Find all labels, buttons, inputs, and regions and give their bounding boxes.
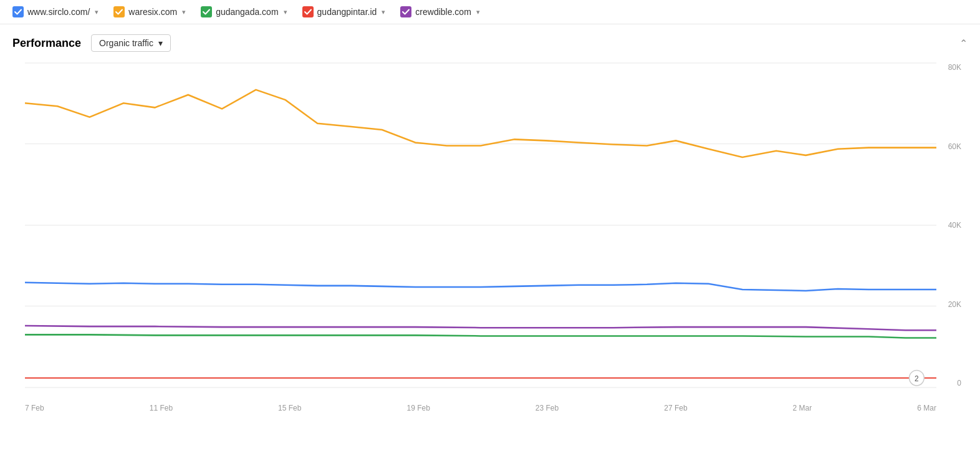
x-label-2mar: 2 Mar	[793, 404, 812, 412]
dropdown-arrow-crewdible[interactable]: ▾	[476, 8, 480, 16]
dropdown-arrow-sirclo[interactable]: ▾	[95, 8, 98, 16]
x-label-7feb: 7 Feb	[25, 404, 44, 412]
checkbox-crewdible[interactable]	[400, 6, 411, 17]
badge-text: 2	[915, 374, 919, 383]
y-label-40k: 40K	[948, 221, 961, 230]
gudangada-line	[25, 334, 936, 338]
y-label-0: 0	[957, 379, 961, 387]
y-label-60k: 60K	[948, 142, 961, 151]
metric-label: Organic traffic	[99, 38, 153, 48]
chart-area: 2	[25, 63, 936, 387]
collapse-arrow-icon: ⌃	[959, 38, 968, 49]
performance-section: Performance Organic traffic ▾ ⌃ 80K 60K …	[0, 24, 980, 419]
performance-title: Performance	[12, 37, 81, 50]
dropdown-arrow-gudangada[interactable]: ▾	[284, 8, 287, 16]
site-item-gudangpintar[interactable]: gudangpintar.id ▾	[302, 6, 386, 17]
site-name-sirclo: www.sirclo.com/	[27, 7, 90, 17]
sirclo-line	[25, 283, 936, 291]
metric-dropdown-arrow-icon: ▾	[158, 38, 163, 48]
collapse-button[interactable]: ⌃	[959, 37, 968, 49]
checkbox-gudangada[interactable]	[201, 6, 212, 17]
site-name-gudangada: gudangada.com	[216, 7, 278, 17]
checkbox-sirclo[interactable]	[12, 6, 24, 17]
checkbox-gudangpintar[interactable]	[302, 6, 314, 17]
dropdown-arrow-gudangpintar[interactable]: ▾	[382, 8, 385, 16]
y-label-80k: 80K	[948, 63, 961, 72]
x-axis-labels: 7 Feb 11 Feb 15 Feb 19 Feb 23 Feb 27 Feb…	[25, 404, 936, 412]
y-label-20k: 20K	[948, 300, 961, 309]
x-label-27feb: 27 Feb	[664, 404, 687, 412]
site-name-crewdible: crewdible.com	[415, 7, 471, 17]
site-name-gudangpintar: gudangpintar.id	[317, 7, 377, 17]
crewdible-line	[25, 326, 936, 330]
x-label-6mar: 6 Mar	[917, 404, 936, 412]
performance-header: Performance Organic traffic ▾ ⌃	[12, 34, 968, 52]
chart-container: 80K 60K 40K 20K 0 7 Feb 11 Feb 15 Feb 19…	[12, 57, 968, 419]
x-label-15feb: 15 Feb	[278, 404, 301, 412]
waresix-line	[25, 90, 936, 157]
checkbox-waresix[interactable]	[113, 6, 125, 17]
site-item-gudangada[interactable]: gudangada.com ▾	[201, 6, 287, 17]
dropdown-arrow-waresix[interactable]: ▾	[182, 8, 186, 16]
y-axis-labels: 80K 60K 40K 20K 0	[948, 63, 961, 387]
site-item-crewdible[interactable]: crewdible.com ▾	[400, 6, 479, 17]
x-label-11feb: 11 Feb	[150, 404, 173, 412]
chart-svg: 2	[25, 63, 936, 387]
site-item-sirclo[interactable]: www.sirclo.com/ ▾	[12, 6, 98, 17]
x-label-19feb: 19 Feb	[406, 404, 430, 412]
metric-dropdown[interactable]: Organic traffic ▾	[91, 34, 171, 52]
x-label-23feb: 23 Feb	[536, 404, 559, 412]
site-item-waresix[interactable]: waresix.com ▾	[113, 6, 186, 17]
site-name-waresix: waresix.com	[128, 7, 177, 17]
top-bar: www.sirclo.com/ ▾ waresix.com ▾ gudangad…	[0, 0, 980, 24]
